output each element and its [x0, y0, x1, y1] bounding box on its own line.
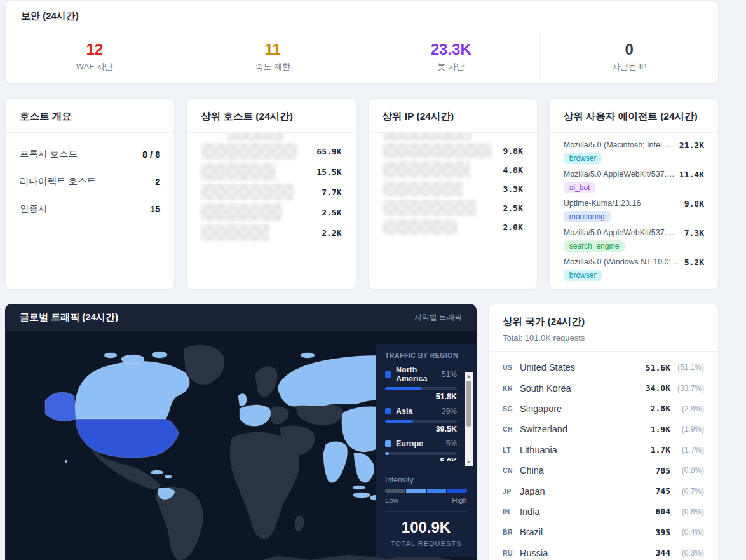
country-code: LT [503, 446, 520, 454]
region-legend-list[interactable]: North America 51% 51.8K Asia 3 [385, 365, 467, 461]
scroll-down-icon[interactable]: ▼ [466, 458, 471, 466]
region-percent: 39% [442, 407, 457, 416]
region-list-scrollbar[interactable]: ▲ ▼ [465, 372, 473, 466]
row-label: 리다이렉트 호스트 [20, 175, 96, 188]
country-code: BR [503, 528, 520, 536]
country-row-lt: LT Lithuania 1.7K (1.7%) [503, 440, 704, 460]
region-percent: 51% [442, 370, 457, 379]
row-label: 인증서 [20, 203, 48, 215]
host-overview-card: 호스트 개요 프록시 호스트 8 / 8 리다이렉트 호스트 2 인증서 15 [5, 98, 175, 290]
country-name: South Korea [520, 383, 646, 393]
user-agent-string: Uptime-Kuma/1.23.16 [564, 199, 641, 208]
top-host-row: 15.5K [201, 163, 341, 181]
user-agent-row: Uptime-Kuma/1.23.16 9.8K monitoring [564, 199, 704, 222]
country-percent: (1.7%) [675, 446, 704, 454]
panel-title: TRAFFIC BY REGION [385, 352, 467, 359]
country-percent: (0.6%) [675, 507, 704, 516]
stat-label: 봇 차단 [362, 61, 540, 72]
country-row-kr: KR South Korea 34.0K (33.7%) [503, 378, 704, 398]
country-value: 2.8K [651, 404, 670, 413]
row-value: 11.4K [679, 170, 704, 179]
top-countries-card: 상위 국가 (24시간) Total: 101.0K requests US U… [488, 304, 719, 560]
user-agent-row: Mozilla/5.0 (Macintosh; Intel ... 21.2K … [564, 140, 704, 164]
intensity-low-label: Low [385, 496, 398, 504]
row-value: 3.3K [503, 184, 522, 194]
stat-rate-limit: 11 속도 제한 [184, 31, 363, 83]
row-value: 21.2K [679, 140, 704, 150]
row-label: 프록시 호스트 [20, 148, 78, 160]
user-agent-string: Mozilla/5.0 AppleWebKit/537.… [564, 228, 675, 237]
stat-value: 11 [184, 41, 362, 58]
row-value: 7.3K [684, 228, 704, 238]
user-agent-row: Mozilla/5.0 (Windows NT 10.0; ... 5.2K b… [564, 257, 704, 281]
region-swatch [385, 408, 391, 414]
country-row-ru: RU Russia 344 (0.3%) [503, 543, 704, 560]
country-percent: (33.7%) [675, 384, 704, 393]
row-value: 5.2K [684, 257, 704, 267]
row-value: 2.5K [322, 208, 341, 217]
region-swatch [385, 440, 391, 447]
row-value: 7.7K [322, 188, 341, 197]
country-percent: (2.8%) [675, 404, 704, 413]
global-traffic-card: 글로벌 트래픽 (24시간) 지역별 트래픽 [5, 304, 477, 560]
stat-label: WAF 차단 [6, 61, 184, 72]
country-percent: (0.3%) [675, 549, 704, 557]
scroll-up-icon[interactable]: ▲ [466, 372, 471, 380]
region-item-north-america: North America 51% 51.8K [385, 365, 457, 401]
security-dashboard: 보안 (24시간) 12 WAF 차단 11 속도 제한 23.3K 봇 차단 … [0, 0, 746, 560]
row-value: 9.8K [684, 199, 704, 208]
stat-value: 23.3K [362, 41, 540, 58]
region-traffic-link[interactable]: 지역별 트래픽 [414, 312, 462, 323]
user-agent-row: Mozilla/5.0 AppleWebKit/537.… 11.4K ai_b… [564, 170, 704, 193]
redacted-hostname [201, 163, 276, 181]
card-title: 글로벌 트래픽 (24시간) [20, 311, 118, 324]
stat-label: 차단된 IP [541, 61, 719, 72]
top-ip-row: 4.8K [383, 161, 523, 178]
country-name: Brazil [520, 527, 656, 537]
card-title: 상위 IP (24시간) [369, 99, 537, 133]
map-region-alaska [45, 392, 76, 421]
redacted-ip [383, 200, 477, 216]
host-overview-row: 프록시 호스트 8 / 8 [20, 140, 160, 168]
scrollbar-thumb[interactable] [466, 381, 471, 427]
intensity-high-label: High [452, 496, 467, 504]
stat-waf-blocks: 12 WAF 차단 [6, 31, 184, 83]
country-value: 1.9K [651, 425, 670, 434]
row-value: 4.8K [503, 165, 522, 175]
stat-value: 0 [541, 41, 719, 58]
top-hosts-card: 상위 호스트 (24시간) 65.9K 15.5K 7.7K [186, 98, 356, 290]
stat-label: 속도 제한 [184, 61, 362, 72]
region-name: North America [396, 365, 442, 383]
host-overview-row: 인증서 15 [20, 195, 160, 222]
country-value: 745 [656, 486, 670, 496]
traffic-by-region-panel: TRAFFIC BY REGION North America 51% 51.8… [376, 344, 476, 557]
top-ip-row: 9.8K [383, 143, 523, 158]
agent-type-badge: browser [564, 153, 602, 164]
user-agent-string: Mozilla/5.0 (Macintosh; Intel ... [564, 140, 671, 149]
country-name: Russia [520, 548, 656, 558]
agent-type-badge: browser [564, 270, 602, 281]
row-value: 15 [150, 204, 160, 214]
redacted-hostname [201, 184, 294, 200]
country-code: JP [503, 488, 520, 495]
security-stats-row: 12 WAF 차단 11 속도 제한 23.3K 봇 차단 0 차단된 IP [6, 31, 718, 83]
row-value: 2.2K [322, 228, 341, 238]
country-value: 395 [656, 528, 670, 537]
country-name: United States [520, 362, 646, 372]
world-map: TRAFFIC BY REGION North America 51% 51.8… [6, 331, 476, 560]
country-code: SG [503, 405, 520, 413]
top-host-row: 65.9K [201, 143, 341, 160]
user-agent-row: Mozilla/5.0 AppleWebKit/537.… 7.3K searc… [564, 228, 704, 252]
region-bar [385, 452, 457, 455]
top-ip-row: 2.0K [383, 219, 523, 235]
country-row-sg: SG Singapore 2.8K (2.8%) [503, 399, 704, 419]
region-bar [385, 387, 457, 390]
country-name: Lithuania [520, 445, 651, 455]
countries-total: Total: 101.0K requests [503, 333, 704, 343]
redacted-hostname [226, 133, 283, 140]
top-host-row: 2.5K [201, 203, 341, 221]
redacted-hostname [201, 143, 297, 160]
region-percent: 5% [446, 439, 457, 448]
redacted-ip [383, 143, 492, 158]
stat-blocked-ips: 0 차단된 IP [541, 31, 719, 83]
